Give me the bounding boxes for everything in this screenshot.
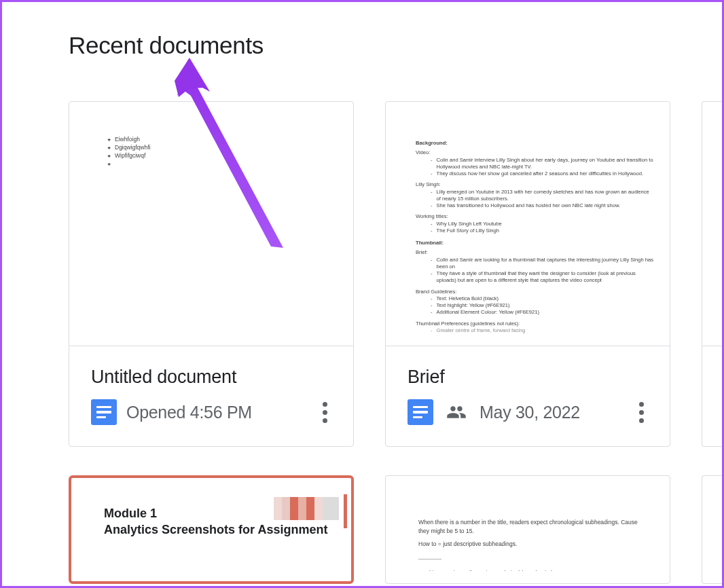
document-card[interactable] [702,101,724,447]
document-thumbnail: Module 1 Analytics Screenshots for Assig… [71,478,351,573]
document-title: Brief [408,367,655,388]
document-title: Untitled document [91,367,338,388]
document-row: ❖Eiwhfoigh ❖Dgiqwigfqwhfi ❖Wipfifgciwqf … [2,59,722,447]
document-card[interactable]: Module 1 Analytics Screenshots for Assig… [69,475,354,584]
document-card[interactable]: ❖Eiwhfoigh ❖Dgiqwigfqwhfi ❖Wipfifgciwqf … [69,101,354,447]
more-options-button[interactable] [311,399,338,426]
scrollbar-indicator-icon [344,494,347,528]
document-thumbnail [702,102,724,346]
page-title: Recent documents [2,2,722,59]
shared-icon [443,402,470,422]
docs-icon [408,399,433,425]
document-thumbnail: Background: Video: -Colin and Samir inte… [386,102,670,346]
document-row: Module 1 Analytics Screenshots for Assig… [2,447,722,584]
document-meta [702,346,724,446]
document-thumbnail: When there is a number in the title, rea… [386,476,670,571]
document-meta: Untitled document Opened 4:56 PM [69,346,353,446]
document-card[interactable]: When there is a number in the title, rea… [385,475,670,584]
document-thumbnail [702,476,724,571]
docs-icon [91,399,117,425]
document-timestamp: May 30, 2022 [479,403,580,422]
document-thumbnail: ❖Eiwhfoigh ❖Dgiqwigfqwhfi ❖Wipfifgciwqf … [69,102,353,346]
more-options-button[interactable] [628,399,655,426]
document-card[interactable]: Background: Video: -Colin and Samir inte… [385,101,670,447]
document-meta: Brief May 30, 2022 [386,346,670,446]
pixelated-image-icon [274,497,339,520]
document-timestamp: Opened 4:56 PM [126,403,252,422]
document-card[interactable] [702,475,724,584]
